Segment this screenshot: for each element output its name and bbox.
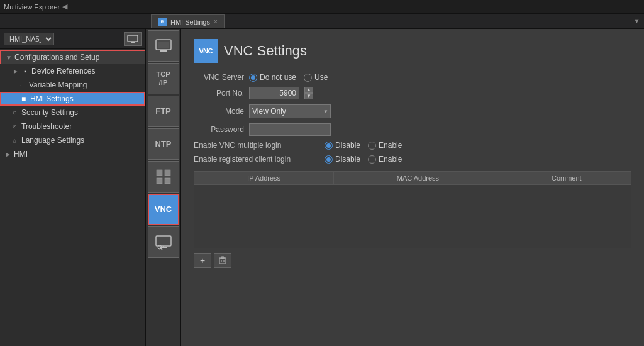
sidebar-item-configurations[interactable]: ▼ Configurations and Setup bbox=[0, 50, 145, 64]
clients-table: IP Address MAC Address Comment bbox=[194, 171, 631, 248]
vnc-form: VNC Server Do not use Use Port No. bbox=[194, 73, 631, 164]
sidebar-header: HMI_NA5_0 bbox=[0, 29, 145, 49]
sidebar-item-troubleshooter[interactable]: ⊙ Troubleshooter bbox=[0, 120, 145, 133]
reg-spacer-label: Enable registered client login bbox=[194, 155, 319, 164]
multiple-login-row: Enable VNC multiple login Disable Enable bbox=[194, 141, 631, 150]
tab-close-button[interactable]: × bbox=[214, 18, 218, 25]
nav-ntp-button[interactable]: NTP bbox=[148, 128, 179, 160]
radio-reg-disable-icon bbox=[325, 155, 333, 164]
arrow-icon: ▼ bbox=[6, 54, 12, 61]
collapsed-arrow-icon: ► bbox=[5, 151, 11, 158]
radio-use-icon bbox=[304, 74, 312, 82]
sidebar-item-device-references[interactable]: ► ▪ Device References bbox=[0, 64, 145, 78]
use-label: Use bbox=[314, 73, 328, 82]
arrow-icon: ► bbox=[13, 68, 19, 75]
reg-enable-label: Enable bbox=[379, 155, 402, 164]
registered-login-enable[interactable]: Enable bbox=[368, 155, 402, 164]
password-input[interactable] bbox=[249, 123, 331, 136]
table-header-comment: Comment bbox=[502, 172, 631, 185]
password-label: Password bbox=[194, 125, 244, 134]
hmi-settings-tab[interactable]: 🖥 HMI Settings × bbox=[151, 14, 225, 28]
device-select[interactable]: HMI_NA5_0 bbox=[4, 33, 54, 45]
selected-bullet: ■ bbox=[21, 94, 28, 103]
radio-reg-enable-icon bbox=[368, 155, 376, 164]
content-area: VNC VNC Settings VNC Server Do not use U… bbox=[181, 29, 644, 346]
icon-panel: TCP/IP FTP NTP VNC bbox=[146, 29, 181, 346]
multiple-login-radio: Disable Enable bbox=[325, 141, 402, 150]
monitor-icon-button[interactable] bbox=[124, 32, 142, 46]
svg-rect-4 bbox=[160, 50, 167, 52]
nav-ftp-button[interactable]: FTP bbox=[148, 96, 179, 127]
page-title-section: VNC VNC Settings bbox=[194, 39, 631, 63]
port-down-button[interactable]: ▼ bbox=[304, 93, 313, 99]
nav-vnc-button[interactable]: VNC bbox=[148, 194, 179, 225]
title-bar-text: Multiview Explorer bbox=[4, 3, 60, 11]
mode-row: Mode View Only Full Control bbox=[194, 104, 631, 118]
sidebar-item-variable-mapping[interactable]: · Variable Mapping bbox=[0, 78, 145, 92]
sidebar-item-hmi-settings[interactable]: ■ HMI Settings bbox=[0, 92, 145, 106]
radio-enable-icon bbox=[368, 142, 376, 150]
registered-login-disable[interactable]: Disable bbox=[325, 155, 360, 164]
password-row: Password bbox=[194, 123, 631, 136]
table-header-mac: MAC Address bbox=[334, 172, 502, 185]
svg-rect-1 bbox=[131, 42, 135, 43]
svg-line-19 bbox=[161, 248, 162, 250]
security-settings-label: Security Settings bbox=[21, 108, 78, 117]
sub-arrow-icon: · bbox=[20, 82, 26, 89]
enable-label: Enable bbox=[379, 141, 402, 150]
svg-rect-20 bbox=[219, 259, 226, 264]
vnc-server-donot-use[interactable]: Do not use bbox=[249, 73, 296, 82]
port-up-button[interactable]: ▲ bbox=[304, 87, 313, 93]
tab-label: HMI Settings bbox=[170, 18, 210, 26]
svg-rect-22 bbox=[221, 257, 224, 258]
table-empty-row bbox=[194, 185, 631, 248]
svg-rect-15 bbox=[156, 236, 171, 246]
disable-label: Disable bbox=[335, 141, 360, 150]
registered-login-radio: Disable Enable bbox=[325, 155, 402, 164]
nav-monitor-button[interactable] bbox=[148, 30, 179, 62]
multiple-login-enable[interactable]: Enable bbox=[368, 141, 402, 150]
multiple-login-disable[interactable]: Disable bbox=[325, 141, 360, 150]
sidebar-item-language-settings[interactable]: △ Language Settings bbox=[0, 133, 145, 147]
mode-select[interactable]: View Only Full Control bbox=[249, 104, 331, 118]
table-actions: + bbox=[194, 253, 631, 268]
main-layout: HMI_NA5_0 ▼ Configurations and Setup ► ▪… bbox=[0, 29, 644, 346]
table-body bbox=[194, 185, 631, 248]
svg-rect-8 bbox=[165, 170, 170, 176]
vnc-server-use[interactable]: Use bbox=[304, 73, 328, 82]
sidebar-item-hmi[interactable]: ► HMI bbox=[0, 147, 145, 161]
settings-icon: ⊙ bbox=[13, 110, 19, 116]
port-no-row: Port No. ▲ ▼ bbox=[194, 87, 631, 99]
add-row-button[interactable]: + bbox=[194, 253, 211, 268]
delete-row-button[interactable] bbox=[214, 253, 231, 268]
hmi-label: HMI bbox=[14, 150, 28, 159]
variable-mapping-label: Variable Mapping bbox=[29, 81, 87, 89]
svg-rect-7 bbox=[157, 170, 162, 176]
tree-section: ▼ Configurations and Setup ► ▪ Device Re… bbox=[0, 49, 145, 346]
svg-rect-6 bbox=[158, 42, 169, 48]
sidebar-item-security-settings[interactable]: ⊙ Security Settings bbox=[0, 106, 145, 120]
port-spinners: ▲ ▼ bbox=[304, 87, 313, 99]
nav-monitor2-button[interactable] bbox=[148, 226, 179, 258]
svg-rect-10 bbox=[165, 178, 170, 184]
mode-select-wrapper: View Only Full Control bbox=[249, 104, 331, 118]
page-title-text: VNC Settings bbox=[224, 43, 307, 59]
title-bar: Multiview Explorer ◀ bbox=[0, 0, 644, 14]
vnc-server-radio-group: Do not use Use bbox=[249, 73, 328, 82]
language-icon: △ bbox=[13, 138, 19, 143]
device-references-label: Device References bbox=[31, 67, 95, 75]
tab-arrow[interactable]: ▼ bbox=[633, 13, 644, 28]
nav-tcpip-button[interactable]: TCP/IP bbox=[148, 63, 179, 94]
troubleshooter-label: Troubleshooter bbox=[21, 122, 72, 131]
configurations-label: Configurations and Setup bbox=[14, 53, 99, 62]
vnc-server-label: VNC Server bbox=[194, 73, 244, 82]
radio-donotuse-icon bbox=[249, 74, 257, 82]
tab-monitor-icon: 🖥 bbox=[158, 18, 167, 26]
mode-label: Mode bbox=[194, 107, 244, 116]
spacer-label: Enable VNC multiple login bbox=[194, 141, 319, 150]
port-input[interactable] bbox=[249, 87, 299, 99]
pin-icon[interactable]: ◀ bbox=[62, 3, 67, 11]
svg-rect-0 bbox=[128, 35, 138, 42]
table-header-ip: IP Address bbox=[194, 172, 334, 185]
nav-grid-button[interactable] bbox=[148, 161, 179, 193]
